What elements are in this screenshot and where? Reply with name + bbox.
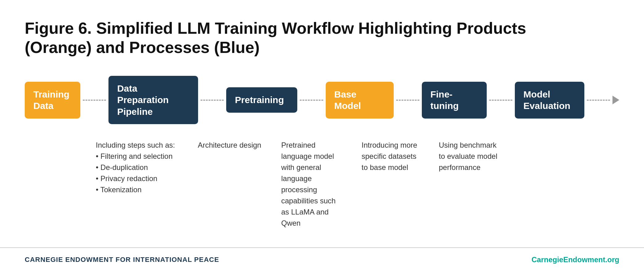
desc-pretraining-content: Architecture design <box>195 140 266 151</box>
page-title: Figure 6. Simplified LLM Training Workfl… <box>25 19 581 57</box>
box-base-model: Base Model <box>326 82 394 119</box>
list-item: Privacy redaction <box>96 173 179 184</box>
connector-2 <box>201 100 224 101</box>
connector-1 <box>83 100 106 101</box>
box-fine-tuning: Fine-tuning <box>422 82 487 119</box>
workflow-section: Training Data Data Preparation Pipeline … <box>25 76 619 229</box>
desc-data-prep: Including steps such as: Filtering and s… <box>93 140 182 195</box>
desc-data-prep-intro: Including steps such as: <box>96 141 175 149</box>
desc-model-eval: Using benchmark to evaluate model perfor… <box>436 140 505 173</box>
footer-website: CarnegieEndowment.org <box>532 255 619 264</box>
box-model-evaluation: Model Evaluation <box>515 82 584 119</box>
desc-base-model-content: Pretrained language model with general l… <box>278 140 346 229</box>
box-data-preparation: Data Preparation Pipeline <box>108 76 198 124</box>
desc-base-model: Pretrained language model with general l… <box>278 140 346 229</box>
footer-wrapper: CARNEGIE ENDOWMENT FOR INTERNATIONAL PEA… <box>25 247 619 269</box>
connector-5 <box>489 100 512 101</box>
desc-pretraining: Architecture design <box>195 140 266 151</box>
footer: CARNEGIE ENDOWMENT FOR INTERNATIONAL PEA… <box>25 248 619 269</box>
desc-data-prep-content: Including steps such as: Filtering and s… <box>93 140 182 195</box>
footer-org-name: CARNEGIE ENDOWMENT FOR INTERNATIONAL PEA… <box>25 256 219 264</box>
descriptions-row: Including steps such as: Filtering and s… <box>25 140 619 229</box>
list-item: Tokenization <box>96 184 179 195</box>
list-item: De-duplication <box>96 162 179 173</box>
desc-model-eval-content: Using benchmark to evaluate model perfor… <box>436 140 505 173</box>
boxes-row: Training Data Data Preparation Pipeline … <box>25 76 619 124</box>
connector-4 <box>396 100 419 101</box>
connector-6 <box>587 100 610 101</box>
page: Figure 6. Simplified LLM Training Workfl… <box>0 0 644 269</box>
list-item: Filtering and selection <box>96 151 179 162</box>
desc-data-prep-list: Filtering and selection De-duplication P… <box>96 151 179 195</box>
flow-arrow <box>612 96 619 104</box>
connector-3 <box>300 100 323 101</box>
desc-fine-tuning-content: Introducing more specific datasets to ba… <box>358 140 423 173</box>
desc-fine-tuning: Introducing more specific datasets to ba… <box>358 140 423 173</box>
box-training-data: Training Data <box>25 82 80 119</box>
box-pretraining: Pretraining <box>226 87 297 113</box>
